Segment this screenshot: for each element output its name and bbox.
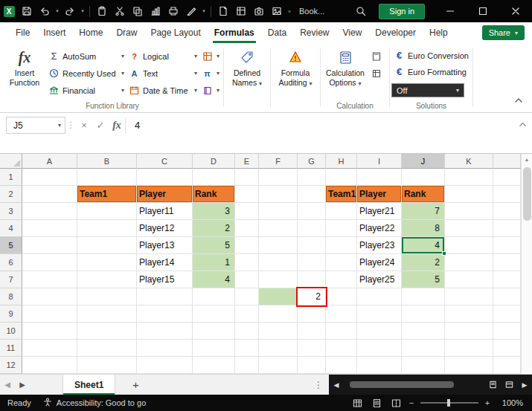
document-icon[interactable] [214, 0, 232, 22]
column-header-G[interactable]: G [298, 154, 326, 169]
cell-K4[interactable] [445, 220, 493, 237]
cell-F1[interactable] [259, 169, 298, 186]
cell-C12[interactable] [137, 357, 193, 374]
cell-D10[interactable] [193, 323, 235, 340]
cell-F11[interactable] [259, 340, 298, 357]
cell-C1[interactable] [137, 169, 193, 186]
cell-C3[interactable]: Player11 [137, 203, 193, 220]
cell-D1[interactable] [193, 169, 235, 186]
tab-draw[interactable]: Draw [109, 22, 144, 43]
horizontal-scrollbar[interactable]: ◀ ▶ [329, 375, 532, 395]
chart-icon[interactable] [147, 0, 164, 22]
cell-L6[interactable] [493, 254, 521, 271]
column-header-partial[interactable] [493, 154, 521, 169]
chevron-down-icon[interactable]: ▾ [79, 0, 86, 22]
cell-C5[interactable]: Player13 [137, 237, 193, 254]
minimize-button[interactable] [434, 0, 467, 22]
tab-formulas[interactable]: Formulas [208, 22, 261, 43]
cell-J7[interactable]: 5 [402, 271, 445, 288]
cell-E6[interactable] [235, 254, 259, 271]
cell-A2[interactable] [22, 186, 77, 203]
picture-icon[interactable] [268, 0, 286, 22]
close-button[interactable] [499, 0, 532, 22]
cell-D4[interactable]: 2 [193, 220, 235, 237]
collapse-formula-bar-icon[interactable] [513, 113, 532, 129]
column-header-D[interactable]: D [193, 154, 235, 169]
next-sheet-icon[interactable]: ▶ [15, 381, 30, 389]
row-header-11[interactable]: 11 [0, 340, 22, 357]
cell-E10[interactable] [235, 323, 259, 340]
cell-L5[interactable] [493, 237, 521, 254]
fill-handle[interactable] [442, 251, 446, 256]
more-commands-icon[interactable]: » [286, 0, 293, 22]
cell-B5[interactable] [77, 237, 137, 254]
page-view-icon-1[interactable] [484, 381, 501, 389]
cell-A11[interactable] [22, 340, 77, 357]
row-header-3[interactable]: 3 [0, 203, 22, 220]
cell-C4[interactable]: Player12 [137, 220, 193, 237]
autosum-button[interactable]: ΣAutoSum▾ [46, 48, 126, 64]
page-layout-view-icon[interactable] [367, 398, 386, 408]
recently-used-button[interactable]: Recently Used▾ [46, 65, 126, 81]
cell-J6[interactable]: 2 [402, 254, 445, 271]
cell-G7[interactable] [298, 271, 326, 288]
scroll-right-icon[interactable]: ▶ [517, 381, 532, 389]
enter-button[interactable]: ✓ [92, 117, 109, 134]
cell-B8[interactable] [77, 288, 137, 305]
cell-H12[interactable] [326, 357, 357, 374]
euro-conversion-button[interactable]: €Euro Conversion [391, 48, 471, 63]
cell-D12[interactable] [193, 357, 235, 374]
cell-A5[interactable] [22, 237, 77, 254]
cell-G2[interactable] [298, 186, 326, 203]
cell-C10[interactable] [137, 323, 193, 340]
cell-K3[interactable] [445, 203, 493, 220]
tab-review[interactable]: Review [293, 22, 336, 43]
cell-C7[interactable]: Player15 [137, 271, 193, 288]
excel-app-icon[interactable]: X [0, 0, 18, 22]
cell-F12[interactable] [259, 357, 298, 374]
calculate-sheet-button[interactable] [368, 65, 388, 81]
cell-I3[interactable]: Player21 [357, 203, 402, 220]
cell-E7[interactable] [235, 271, 259, 288]
cell-E3[interactable] [235, 203, 259, 220]
cell-J2[interactable]: Rank [402, 186, 445, 203]
cell-G1[interactable] [298, 169, 326, 186]
cell-E2[interactable] [235, 186, 259, 203]
cell-K12[interactable] [445, 357, 493, 374]
row-header-12[interactable]: 12 [0, 357, 22, 374]
cell-B12[interactable] [77, 357, 137, 374]
cell-D2[interactable]: Rank [193, 186, 235, 203]
previous-sheet-icon[interactable]: ◀ [0, 381, 15, 389]
camera-icon[interactable] [250, 0, 268, 22]
cell-L7[interactable] [493, 271, 521, 288]
cell-I9[interactable] [357, 305, 402, 323]
cell-I8[interactable] [357, 288, 402, 305]
cell-J12[interactable] [402, 357, 445, 374]
tab-home[interactable]: Home [72, 22, 109, 43]
cell-F3[interactable] [259, 203, 298, 220]
cell-K1[interactable] [445, 169, 493, 186]
logical-button[interactable]: ?Logical▾ [126, 48, 199, 64]
cell-F4[interactable] [259, 220, 298, 237]
tab-developer[interactable]: Developer [368, 22, 423, 43]
accessibility-checker[interactable]: Accessibility: Good to go [43, 398, 146, 408]
cell-A6[interactable] [22, 254, 77, 271]
cell-K6[interactable] [445, 254, 493, 271]
cell-A4[interactable] [22, 220, 77, 237]
tab-view[interactable]: View [336, 22, 369, 43]
cell-G10[interactable] [298, 323, 326, 340]
cell-D5[interactable]: 5 [193, 237, 235, 254]
name-box[interactable]: J5▾ [6, 117, 65, 134]
cell-D11[interactable] [193, 340, 235, 357]
cell-F8[interactable] [259, 288, 298, 305]
cell-L9[interactable] [493, 305, 521, 323]
cell-K9[interactable] [445, 305, 493, 323]
cell-B9[interactable] [77, 305, 137, 323]
cell-H9[interactable] [326, 305, 357, 323]
cell-I1[interactable] [357, 169, 402, 186]
cell-D6[interactable]: 1 [193, 254, 235, 271]
cell-A12[interactable] [22, 357, 77, 374]
cell-G8[interactable]: 2 [298, 288, 326, 305]
zoom-out-button[interactable]: − [406, 398, 417, 407]
cell-L4[interactable] [493, 220, 521, 237]
